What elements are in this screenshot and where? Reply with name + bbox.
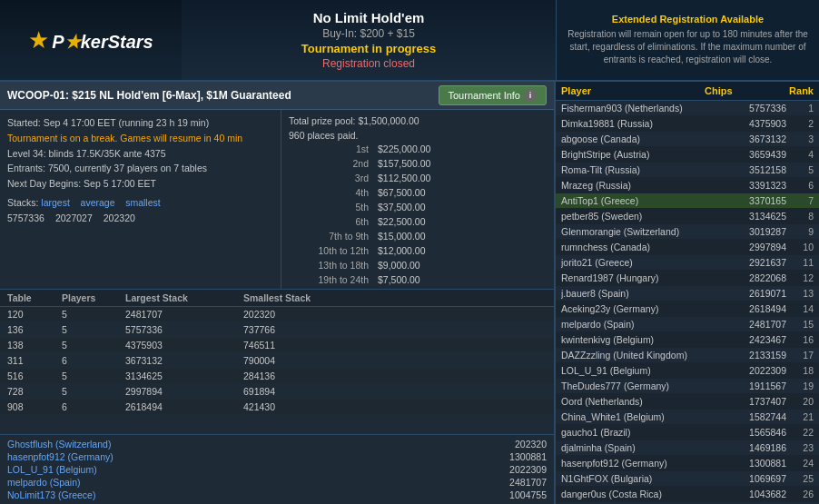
prize-place: 3rd (291, 172, 372, 184)
leaderboard-row[interactable]: N1GhtFOX (Bulgaria) 1069697 25 (556, 471, 819, 487)
table-players: 5 (62, 309, 125, 320)
leaderboard-row[interactable]: Roma-Tilt (Russia) 3512158 5 (556, 163, 819, 178)
tourney-prize-info: Total prize pool: $1,500,000.00 960 plac… (281, 110, 554, 289)
table-col-header: Table (7, 292, 62, 303)
table-row[interactable]: 311 6 3673132 790004 (0, 353, 554, 369)
prize-place: 10th to 12th (291, 244, 372, 257)
tourney-next-day: Next Day Begins: Sep 5 17:00 EET (7, 176, 273, 192)
leaderboard-row[interactable]: Renard1987 (Hungary) 2822068 12 (556, 271, 819, 286)
leaderboard-row[interactable]: abgoose (Canada) 3673132 3 (556, 132, 819, 147)
ext-reg-title: Extended Registration Available (564, 14, 812, 25)
table-number: 120 (7, 309, 62, 320)
leaderboard-row[interactable]: petber85 (Sweden) 3134625 8 (556, 209, 819, 224)
prize-amount: $225,000.00 (374, 143, 545, 155)
prize-place: 19th to 24th (291, 273, 372, 286)
highlight-player-name[interactable]: LOL_U_91 (Belgium) (7, 464, 97, 475)
table-row[interactable]: 120 5 2481707 202320 (0, 307, 554, 322)
leaderboard-row[interactable]: China_White1 (Belgium) 1582744 21 (556, 410, 819, 425)
leaderboard-row[interactable]: danger0us (Costa Rica) 1043682 26 (556, 487, 819, 502)
table-col-header: Smallest Stack (243, 292, 361, 303)
lb-rank: 15 (786, 319, 814, 330)
lb-rank: 19 (786, 380, 814, 391)
lb-player-name: danger0us (Costa Rica) (561, 489, 714, 499)
leaderboard-row[interactable]: Aceking23y (Germany) 2618494 14 (556, 301, 819, 317)
leaderboard-row[interactable]: Oord (Netherlands) 1737407 20 (556, 394, 819, 410)
leaderboard-row[interactable]: BrightStripe (Austria) 3659439 4 (556, 147, 819, 163)
table-players: 6 (62, 355, 125, 366)
table-smallest: 790004 (243, 355, 361, 366)
leaderboard-row[interactable]: hasenpfot912 (Germany) 1300881 24 (556, 456, 819, 471)
average-stack-link[interactable]: average (81, 197, 115, 208)
table-number: 908 (7, 401, 62, 412)
leaderboard-row[interactable]: Fisherman903 (Netherlands) 5757336 1 (556, 101, 819, 116)
prize-row: 1st$225,000.00 (291, 143, 545, 155)
table-largest: 4375903 (125, 340, 243, 351)
leaderboard-row[interactable]: TheDudes777 (Germany) 1911567 19 (556, 379, 819, 394)
table-row[interactable]: 728 5 2997894 691894 (0, 384, 554, 400)
lb-rank: 25 (786, 473, 814, 484)
lb-player-name: Aceking23y (Germany) (561, 303, 714, 314)
highlight-player-chips: 2022309 (509, 464, 547, 475)
highlight-player-chips: 1300881 (509, 451, 547, 462)
prize-place: 7th to 9th (291, 230, 372, 242)
leaderboard-row[interactable]: Mrazeg (Russia) 3391323 6 (556, 178, 819, 193)
leaderboard-row[interactable]: gaucho1 (Brazil) 1565846 22 (556, 425, 819, 440)
lb-rank: 5 (786, 164, 814, 175)
prize-amount: $67,500.00 (374, 186, 545, 199)
highlight-player-name[interactable]: Ghostflush (Switzerland) (7, 439, 111, 450)
prize-pool: Total prize pool: $1,500,000.00 (289, 115, 547, 126)
highlight-player-row: LOL_U_91 (Belgium) 2022309 (7, 464, 547, 475)
lb-chips: 2133159 (714, 350, 786, 361)
prize-row: 6th$22,500.00 (291, 215, 545, 228)
table-players: 5 (62, 371, 125, 381)
table-number: 311 (7, 355, 62, 366)
lb-chips: 2481707 (714, 319, 786, 330)
stack-sep2 (117, 197, 123, 208)
registration-status: Registration closed (322, 57, 415, 70)
lb-rank: 20 (786, 396, 814, 407)
lb-player-name: Renard1987 (Hungary) (561, 272, 714, 283)
main-content: WCOOP-01: $215 NL Hold'em [6-Max], $1M G… (0, 82, 819, 504)
leaderboard-row[interactable]: AntiTop1 (Greece) 3370165 7 (556, 193, 819, 209)
table-number: 516 (7, 371, 62, 381)
lb-rank: 4 (786, 149, 814, 160)
table-smallest: 421430 (243, 401, 361, 412)
largest-stack-link[interactable]: largest (41, 197, 70, 208)
lb-player-name: j.bauer8 (Spain) (561, 288, 714, 299)
lb-chips: 1469186 (714, 442, 786, 453)
lb-rank: 11 (786, 257, 814, 268)
highlight-player-name[interactable]: NoLimit173 (Greece) (7, 489, 95, 500)
highlight-player-name[interactable]: hasenpfot912 (Germany) (7, 451, 113, 462)
largest-val: 5757336 (7, 211, 44, 226)
leaderboard-row[interactable]: j.bauer8 (Spain) 2619071 13 (556, 286, 819, 301)
lb-player-name: TheDudes777 (Germany) (561, 380, 714, 391)
table-row[interactable]: 516 5 3134625 284136 (0, 369, 554, 384)
highlight-player-name[interactable]: melpardo (Spain) (7, 477, 81, 488)
table-row[interactable]: 138 5 4375903 746511 (0, 338, 554, 353)
prize-row: 13th to 18th$9,000.00 (291, 259, 545, 272)
logo-area: ★ P★kerStars (0, 0, 182, 80)
lb-player-name: DAZZzzling (United Kingdom) (561, 350, 714, 361)
leaderboard-row[interactable]: djalminha (Spain) 1469186 23 (556, 440, 819, 456)
lb-player-name: jorito21 (Greece) (561, 257, 714, 268)
lb-chips: 3370165 (714, 195, 786, 206)
lb-player-name: Fisherman903 (Netherlands) (561, 103, 714, 114)
leaderboard-row[interactable]: rumnchess (Canada) 2997894 10 (556, 240, 819, 255)
leaderboard-row[interactable]: jorito21 (Greece) 2921637 11 (556, 255, 819, 271)
smallest-val: 202320 (104, 211, 135, 226)
leaderboard-row[interactable]: melpardo (Spain) 2481707 15 (556, 317, 819, 332)
prize-place: 13th to 18th (291, 259, 372, 272)
tournament-info-button[interactable]: Tournament Info i (439, 85, 548, 105)
leaderboard-row[interactable]: Glenmorangie (Switzerland) 3019287 9 (556, 224, 819, 240)
leaderboard-row[interactable]: DAZZzzling (United Kingdom) 2133159 17 (556, 348, 819, 363)
lb-rank: 16 (786, 334, 814, 345)
smallest-stack-link[interactable]: smallest (125, 197, 161, 208)
prize-place: 4th (291, 186, 372, 199)
table-number: 728 (7, 386, 62, 397)
leaderboard-row[interactable]: LOL_U_91 (Belgium) 2022309 18 (556, 363, 819, 379)
table-row[interactable]: 908 6 2618494 421430 (0, 400, 554, 415)
table-row[interactable]: 136 5 5757336 737766 (0, 322, 554, 338)
highlight-player-row: NoLimit173 (Greece) 1004755 (7, 489, 547, 500)
leaderboard-row[interactable]: Dimka19881 (Russia) 4375903 2 (556, 116, 819, 132)
leaderboard-row[interactable]: kwintenkivg (Belgium) 2423467 16 (556, 332, 819, 348)
